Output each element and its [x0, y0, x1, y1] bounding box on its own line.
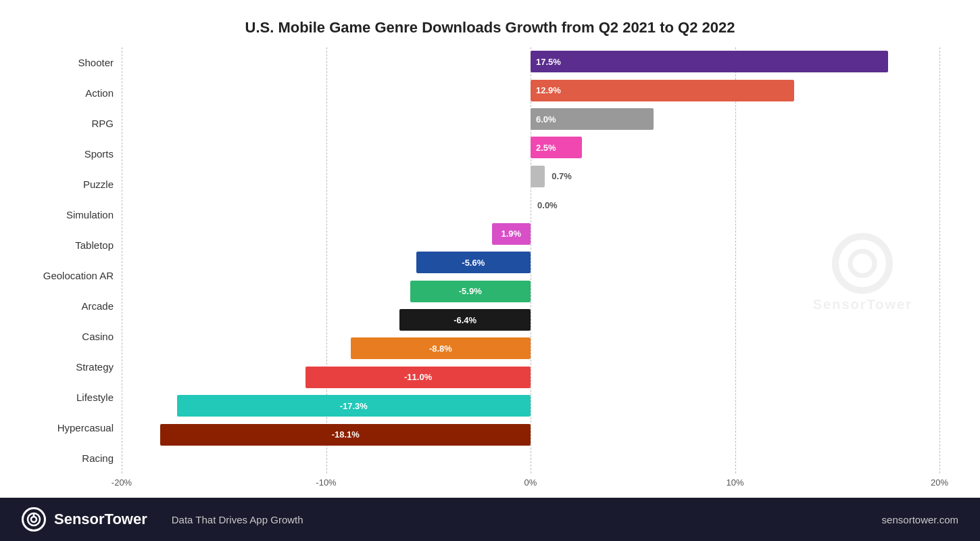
bar-value-label: -5.6%	[456, 258, 490, 268]
bar-row: -18.1%	[122, 422, 939, 448]
y-label: Puzzle	[27, 170, 122, 199]
bar-row: -8.8%	[122, 335, 939, 361]
bar-row: 1.9%	[122, 221, 939, 247]
footer: SensorTower Data That Drives App Growth …	[0, 498, 980, 541]
grid-line	[939, 47, 940, 473]
y-label: Tabletop	[27, 231, 122, 260]
y-label: Simulation	[27, 200, 122, 230]
svg-point-2	[31, 517, 36, 522]
bar	[531, 166, 545, 187]
y-label: Casino	[27, 322, 122, 352]
bar: -18.1%	[160, 424, 531, 446]
bar-value-label: -18.1%	[326, 429, 365, 440]
bar-value-label: 1.9%	[495, 229, 526, 239]
x-tick: 20%	[931, 477, 948, 488]
footer-left: SensorTower Data That Drives App Growth	[22, 507, 303, 532]
chart-container: U.S. Mobile Game Genre Downloads Growth …	[0, 0, 980, 541]
bar-value-label: -6.4%	[448, 315, 482, 325]
bar-row: -5.6%	[122, 250, 939, 275]
bar-value-label: 0.0%	[535, 200, 558, 210]
bar: -5.9%	[410, 281, 531, 302]
bar: 17.5%	[531, 51, 888, 72]
y-axis-labels: ShooterActionRPGSportsPuzzleSimulationTa…	[27, 47, 122, 498]
bar: -6.4%	[399, 309, 531, 331]
bars-area: 17.5%12.9%6.0%2.5%0.7%0.0%1.9%-5.6%-5.9%…	[122, 47, 939, 473]
bar: -5.6%	[416, 252, 531, 273]
x-tick: 10%	[726, 477, 743, 488]
y-label: RPG	[27, 109, 122, 139]
footer-brand-tower: Tower	[105, 511, 147, 527]
bar-value-label: -5.9%	[454, 286, 487, 296]
chart-body: ShooterActionRPGSportsPuzzleSimulationTa…	[27, 47, 939, 498]
bar-value-label: -8.8%	[424, 344, 458, 354]
bar-row: -5.9%	[122, 279, 939, 304]
footer-brand: SensorTower	[54, 511, 147, 528]
chart-title: U.S. Mobile Game Genre Downloads Growth …	[0, 0, 980, 47]
x-tick: 0%	[524, 477, 537, 488]
y-label: Sports	[27, 139, 122, 169]
bar-row: -17.3%	[122, 393, 939, 419]
bar: 12.9%	[531, 80, 794, 101]
bar-value-label: 0.7%	[549, 171, 572, 181]
bar: 6.0%	[531, 108, 654, 130]
y-label: Racing	[27, 444, 122, 473]
bar: 1.9%	[492, 223, 531, 245]
y-label: Lifestyle	[27, 383, 122, 413]
bar-value-label: -17.3%	[335, 401, 373, 411]
bar: -8.8%	[351, 337, 531, 359]
bar-row: 2.5%	[122, 135, 939, 160]
bar-row: -11.0%	[122, 364, 939, 390]
x-tick: -20%	[112, 477, 132, 488]
x-axis: -20%-10%0%10%20%	[122, 473, 939, 498]
footer-tagline: Data That Drives App Growth	[172, 514, 303, 525]
chart-plot: SensorTower 17.5%12.9%6.0%2.5%0.7%0.0%1.…	[122, 47, 939, 498]
bar-value-label: -11.0%	[399, 372, 437, 382]
bar: 2.5%	[531, 137, 582, 158]
y-label: Hypercasual	[27, 413, 122, 443]
bar-value-label: 12.9%	[531, 85, 566, 95]
bar-value-label: 2.5%	[531, 143, 562, 153]
y-label: Arcade	[27, 291, 122, 321]
bar-value-label: 17.5%	[531, 57, 566, 67]
footer-url: sensortower.com	[882, 514, 958, 525]
footer-brand-sensor: Sensor	[54, 511, 105, 527]
bar-value-label: 6.0%	[531, 114, 562, 124]
bar-row: 12.9%	[122, 78, 939, 103]
bar-row: 17.5%	[122, 49, 939, 74]
y-label: Action	[27, 78, 122, 108]
y-label: Shooter	[27, 48, 122, 78]
bar: -17.3%	[177, 395, 531, 417]
x-tick: -10%	[316, 477, 336, 488]
bar-row: 6.0%	[122, 106, 939, 132]
y-label: Geolocation AR	[27, 261, 122, 291]
chart-area: ShooterActionRPGSportsPuzzleSimulationTa…	[0, 47, 980, 498]
bar: -11.0%	[305, 367, 531, 388]
bar-row: -6.4%	[122, 307, 939, 333]
bar-row: 0.0%	[122, 192, 939, 218]
footer-logo-icon	[22, 507, 46, 532]
bar-row: 0.7%	[122, 164, 939, 189]
y-label: Strategy	[27, 352, 122, 382]
